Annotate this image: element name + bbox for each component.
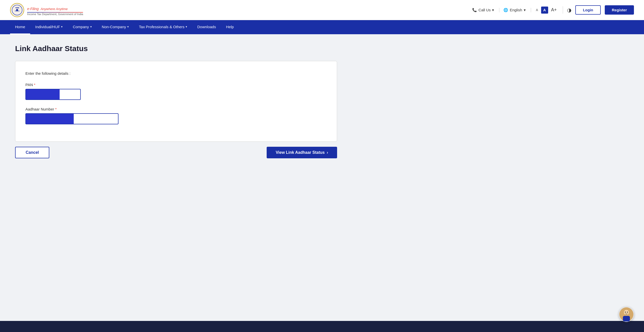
font-controls: A A A+ bbox=[535, 6, 563, 14]
nav-home[interactable]: Home bbox=[10, 20, 30, 34]
buttons-row: Cancel View Link Aadhaar Status › bbox=[15, 147, 337, 158]
phone-icon: 📞 bbox=[472, 8, 477, 12]
cancel-button[interactable]: Cancel bbox=[15, 147, 49, 158]
nav-downloads-label: Downloads bbox=[197, 25, 216, 29]
aadhaar-input[interactable] bbox=[25, 113, 118, 124]
nav-home-label: Home bbox=[15, 25, 25, 29]
pan-form-group: PAN * bbox=[25, 83, 327, 100]
logo-area: भारत INDIA e-Filing Anywhere Anytime Inc… bbox=[10, 3, 83, 17]
nav-individual-huf[interactable]: Individual/HUF ▾ bbox=[30, 20, 68, 34]
view-link-aadhaar-status-button[interactable]: View Link Aadhaar Status › bbox=[267, 147, 337, 158]
logo-sub-label: Income Tax Department, Government of Ind… bbox=[27, 13, 83, 16]
svg-point-9 bbox=[627, 312, 628, 313]
aadhaar-label-text: Aadhaar Number bbox=[25, 107, 54, 111]
register-button[interactable]: Register bbox=[605, 5, 634, 15]
language-selector[interactable]: 🌐 English ▾ bbox=[503, 8, 531, 12]
nav-company[interactable]: Company ▾ bbox=[68, 20, 97, 34]
nav-non-company-chevron: ▾ bbox=[127, 25, 129, 28]
main-content: Link Aadhaar Status Enter the following … bbox=[0, 34, 644, 321]
tagline-label: Anywhere Anytime bbox=[41, 7, 68, 11]
logo-efiling: e-Filing Anywhere Anytime bbox=[27, 4, 83, 13]
nav-tax-professionals[interactable]: Tax Professionals & Others ▾ bbox=[134, 20, 192, 34]
nav-help-label: Help bbox=[226, 25, 234, 29]
pan-required-star: * bbox=[34, 83, 35, 87]
login-button[interactable]: Login bbox=[575, 5, 601, 15]
call-us-button[interactable]: 📞 Call Us ▾ bbox=[472, 8, 499, 12]
contrast-button[interactable]: ◑ bbox=[567, 7, 571, 13]
svg-text:भारत: भारत bbox=[15, 7, 19, 9]
pan-label-text: PAN bbox=[25, 83, 33, 87]
pan-input[interactable] bbox=[25, 89, 81, 100]
svg-point-4 bbox=[16, 9, 18, 11]
nav-company-label: Company bbox=[73, 25, 89, 29]
nav-tax-professionals-label: Tax Professionals & Others bbox=[139, 25, 184, 29]
globe-icon: 🌐 bbox=[503, 8, 508, 12]
nav-individual-chevron: ▾ bbox=[61, 25, 63, 28]
nav-tax-chevron: ▾ bbox=[186, 25, 187, 28]
emblem-icon: भारत INDIA bbox=[10, 3, 24, 17]
arrow-right-icon: › bbox=[327, 150, 328, 155]
main-navbar: Home Individual/HUF ▾ Company ▾ Non-Comp… bbox=[0, 20, 644, 34]
nav-individual-label: Individual/HUF bbox=[35, 25, 60, 29]
header-right: 📞 Call Us ▾ 🌐 English ▾ A A A+ ◑ Login R… bbox=[472, 5, 634, 15]
svg-rect-7 bbox=[623, 316, 630, 321]
aadhaar-label: Aadhaar Number * bbox=[25, 107, 327, 111]
font-medium-button[interactable]: A bbox=[541, 7, 548, 14]
aadhaar-form-group: Aadhaar Number * bbox=[25, 107, 327, 124]
site-footer bbox=[0, 321, 644, 332]
call-chevron-icon: ▾ bbox=[492, 8, 494, 12]
logo-text: e-Filing Anywhere Anytime Income Tax Dep… bbox=[27, 4, 83, 16]
nav-downloads[interactable]: Downloads bbox=[192, 20, 221, 34]
svg-point-8 bbox=[625, 312, 626, 313]
font-large-button[interactable]: A+ bbox=[550, 6, 558, 14]
language-label: English bbox=[510, 8, 522, 12]
nav-company-chevron: ▾ bbox=[90, 25, 92, 28]
site-header: भारत INDIA e-Filing Anywhere Anytime Inc… bbox=[0, 0, 644, 20]
efiling-label: e-Filing bbox=[27, 7, 39, 11]
lang-chevron-icon: ▾ bbox=[524, 8, 526, 12]
nav-non-company[interactable]: Non-Company ▾ bbox=[97, 20, 134, 34]
font-small-button[interactable]: A bbox=[535, 7, 539, 13]
nav-non-company-label: Non-Company bbox=[102, 25, 126, 29]
form-instructions: Enter the following details : bbox=[25, 71, 327, 76]
form-card: Enter the following details : PAN * Aadh… bbox=[15, 61, 337, 142]
font-medium-label: A bbox=[543, 8, 546, 12]
page-title: Link Aadhaar Status bbox=[15, 44, 629, 53]
chatbot-avatar[interactable] bbox=[619, 307, 634, 322]
pan-label: PAN * bbox=[25, 83, 327, 87]
aadhaar-required-star: * bbox=[55, 107, 57, 111]
nav-help[interactable]: Help bbox=[221, 20, 239, 34]
view-status-label: View Link Aadhaar Status bbox=[276, 150, 325, 155]
chatbot-icon bbox=[619, 307, 633, 321]
call-us-label: Call Us bbox=[478, 8, 491, 12]
